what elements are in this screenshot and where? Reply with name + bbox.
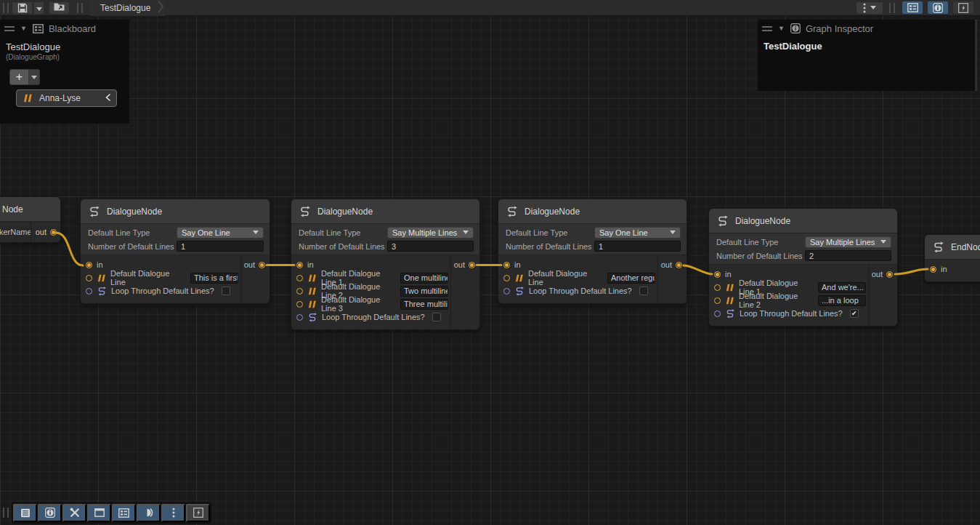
loop-checkbox[interactable] bbox=[432, 313, 441, 321]
line-text-field[interactable]: Two multiline bbox=[400, 286, 448, 297]
speaker-node-ports: kerName out bbox=[0, 222, 60, 242]
kebab-menu-icon bbox=[172, 508, 175, 518]
in-port[interactable] bbox=[930, 266, 936, 273]
collapse-caret-icon[interactable]: ▼ bbox=[778, 25, 785, 32]
show-in-project-button[interactable] bbox=[49, 1, 70, 15]
graph-inspector-header[interactable]: ▼ Graph Inspector bbox=[758, 20, 975, 34]
toolbar-grip[interactable] bbox=[3, 3, 9, 13]
in-port[interactable] bbox=[86, 262, 92, 268]
count-label: Number of Default Lines bbox=[716, 252, 805, 260]
line-text-field[interactable]: ...in a loop bbox=[818, 295, 866, 306]
loop-port[interactable] bbox=[296, 314, 303, 321]
blackboard-property-anna-lyse[interactable]: Anna-Lyse bbox=[16, 89, 117, 107]
blackboard-toggle-button[interactable] bbox=[902, 1, 923, 15]
in-port-label: in bbox=[514, 260, 521, 269]
node-title[interactable]: EndNode bbox=[925, 235, 980, 260]
line-type-dropdown[interactable]: Say One Line bbox=[177, 227, 264, 239]
count-field[interactable]: 2 bbox=[805, 250, 891, 261]
line-port[interactable] bbox=[503, 275, 510, 281]
spark-button[interactable] bbox=[186, 504, 210, 522]
line-type-dropdown[interactable]: Say One Line bbox=[594, 227, 681, 239]
node-title[interactable]: DialogueNode bbox=[291, 199, 479, 224]
line-port[interactable] bbox=[714, 297, 721, 304]
loop-port[interactable] bbox=[503, 288, 510, 294]
count-field[interactable]: 1 bbox=[177, 241, 264, 252]
window-button[interactable] bbox=[87, 504, 111, 522]
drag-handle-icon[interactable] bbox=[762, 26, 772, 31]
add-property-options-button[interactable] bbox=[29, 69, 40, 85]
preview-toggle-button[interactable] bbox=[952, 1, 974, 15]
line-port[interactable] bbox=[86, 275, 92, 281]
line-text-field[interactable]: One multiline bbox=[400, 273, 448, 284]
in-port-label: in bbox=[725, 270, 732, 278]
dialogue-node-1[interactable]: DialogueNode Default Line Type Say One L… bbox=[80, 199, 270, 304]
out-port-label: out bbox=[454, 260, 465, 269]
blackboard-graph-name: TestDialogue bbox=[0, 34, 129, 52]
loop-checkbox[interactable] bbox=[850, 309, 859, 318]
console-button[interactable] bbox=[137, 504, 161, 522]
line-port[interactable] bbox=[714, 284, 721, 291]
dialogue-node-3[interactable]: DialogueNode Default Line Type Say One L… bbox=[498, 199, 687, 304]
out-port[interactable] bbox=[886, 271, 893, 278]
line-text-field[interactable]: This is a first bbox=[190, 273, 238, 284]
in-port[interactable] bbox=[714, 271, 721, 278]
loop-port[interactable] bbox=[86, 288, 92, 294]
notes-button[interactable] bbox=[13, 504, 37, 522]
in-port-label: in bbox=[307, 260, 314, 269]
line-text-field[interactable]: Another regu bbox=[607, 273, 655, 284]
out-port[interactable] bbox=[469, 262, 475, 268]
chevron-down-icon bbox=[670, 229, 676, 236]
line-type-dropdown[interactable]: Say Multiple Lines bbox=[805, 236, 891, 248]
line-text-field[interactable]: Three multili bbox=[400, 299, 448, 310]
info-button[interactable] bbox=[38, 504, 62, 522]
end-node[interactable]: EndNode in bbox=[924, 234, 980, 282]
node-title[interactable]: DialogueNode bbox=[81, 199, 270, 224]
inspector-toggle-button[interactable] bbox=[927, 1, 949, 15]
count-field[interactable]: 3 bbox=[387, 241, 474, 252]
toolbar-grip[interactable] bbox=[3, 508, 9, 518]
blackboard-button[interactable] bbox=[112, 504, 136, 522]
line-text-field[interactable]: And we're... bbox=[818, 282, 866, 293]
collapse-caret-icon[interactable]: ▼ bbox=[20, 25, 27, 32]
drag-handle-icon[interactable] bbox=[4, 26, 15, 31]
graph-options-button[interactable] bbox=[856, 1, 883, 15]
node-title[interactable]: DialogueNode bbox=[709, 209, 897, 233]
line-port[interactable] bbox=[296, 275, 303, 281]
console-icon bbox=[144, 508, 154, 517]
blackboard-graph-type: (DialogueGraph) bbox=[0, 52, 129, 61]
loop-checkbox[interactable] bbox=[222, 286, 230, 295]
node-properties: Default Line Type Say Multiple Lines Num… bbox=[291, 224, 479, 255]
chevron-left-icon[interactable] bbox=[105, 93, 110, 103]
inspector-resize-handle[interactable] bbox=[975, 20, 977, 91]
speaker-node-title[interactable]: Node bbox=[0, 197, 60, 222]
line-type-dropdown[interactable]: Say Multiple Lines bbox=[387, 227, 474, 239]
toolbar-grip[interactable] bbox=[77, 3, 83, 13]
loop-port[interactable] bbox=[714, 310, 721, 317]
loop-checkbox[interactable] bbox=[639, 286, 648, 295]
speaker-node[interactable]: Node kerName out bbox=[0, 196, 61, 243]
notes-icon bbox=[20, 508, 31, 518]
line-port[interactable] bbox=[296, 301, 303, 308]
chevron-down-icon bbox=[880, 239, 886, 245]
out-port[interactable] bbox=[259, 262, 265, 268]
add-property-button[interactable]: + bbox=[9, 69, 29, 85]
dialogue-node-2[interactable]: DialogueNode Default Line Type Say Multi… bbox=[291, 199, 480, 330]
line-port[interactable] bbox=[296, 288, 303, 294]
edge-node4-to-endnode[interactable] bbox=[895, 269, 928, 274]
node-properties: Default Line Type Say One Line Number of… bbox=[498, 224, 687, 255]
toolbar-grip[interactable] bbox=[889, 3, 895, 13]
more-button[interactable] bbox=[161, 504, 185, 522]
count-field[interactable]: 1 bbox=[594, 241, 681, 252]
tools-button[interactable] bbox=[62, 504, 86, 522]
top-toolbar: TestDialogue bbox=[0, 0, 980, 16]
dialogue-node-4[interactable]: DialogueNode Default Line Type Say Multi… bbox=[708, 208, 898, 326]
save-options-button[interactable] bbox=[33, 1, 44, 15]
out-port[interactable] bbox=[676, 262, 682, 268]
blackboard-header[interactable]: ▼ Blackboard bbox=[0, 20, 129, 34]
node-title[interactable]: DialogueNode bbox=[498, 199, 687, 224]
in-port[interactable] bbox=[503, 262, 510, 268]
in-port[interactable] bbox=[296, 262, 303, 268]
save-button[interactable] bbox=[12, 1, 33, 15]
graph-inspector-title: Graph Inspector bbox=[806, 23, 873, 34]
breadcrumb[interactable]: TestDialogue bbox=[90, 0, 165, 16]
